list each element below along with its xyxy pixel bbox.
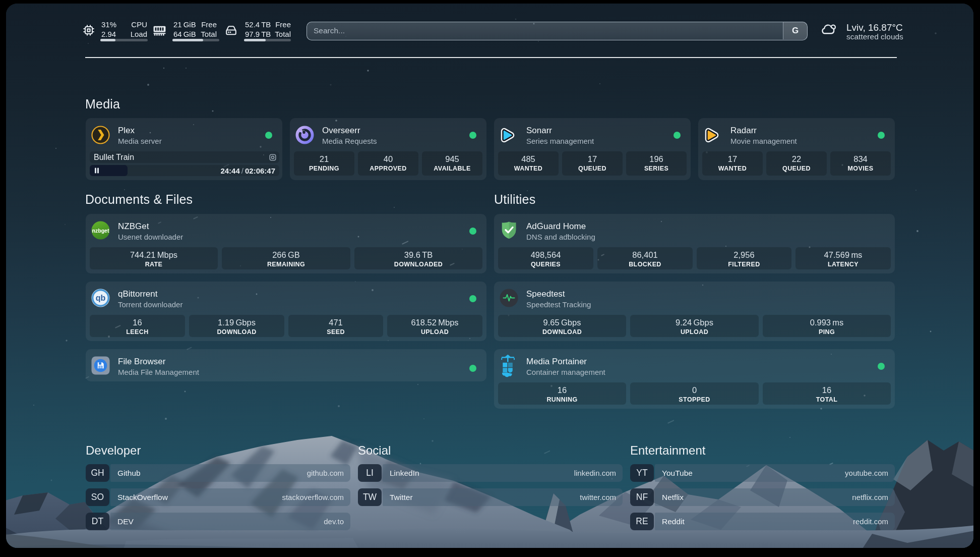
svg-text:qb: qb	[96, 294, 106, 302]
svg-text:nzbget: nzbget	[92, 228, 109, 234]
